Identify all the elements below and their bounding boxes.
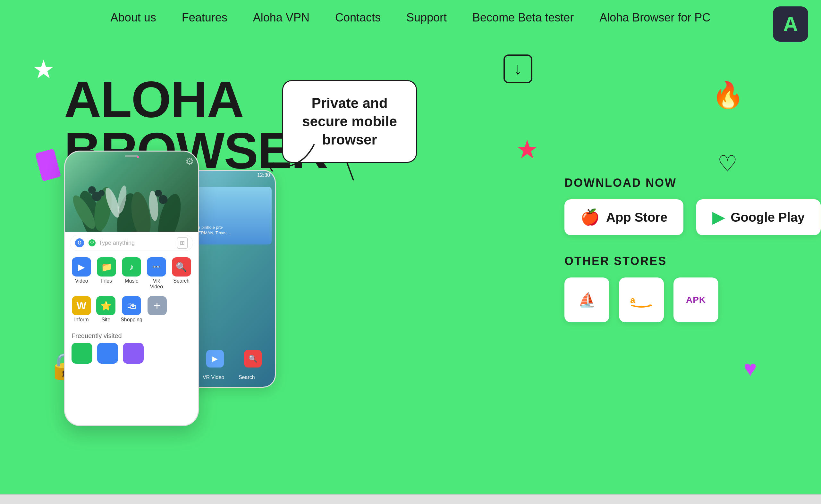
app-icon-search[interactable]: 🔍 Search xyxy=(171,257,191,290)
app-store-button[interactable]: 🍎 App Store xyxy=(564,199,684,235)
svg-point-13 xyxy=(155,190,162,197)
aloha-logo-letter: A xyxy=(783,12,798,36)
apple-icon: 🍎 xyxy=(580,208,600,226)
nav-link-contacts[interactable]: Contacts xyxy=(335,11,381,24)
store-buttons-row: 🍎 App Store ▶ Google Play xyxy=(564,199,821,235)
apk-button[interactable]: APK xyxy=(674,277,718,322)
download-section: DOWNLOAD NOW 🍎 App Store ▶ Google Play O… xyxy=(564,176,821,322)
apk-label: APK xyxy=(686,295,706,305)
google-play-icon: ▶ xyxy=(712,208,724,226)
nav-links: About us Features Aloha VPN Contacts Sup… xyxy=(111,11,711,24)
svg-point-5 xyxy=(153,192,185,232)
google-play-label: Google Play xyxy=(731,210,805,225)
app-icon-add[interactable]: + xyxy=(147,296,167,323)
phone-search-bar[interactable]: G 🛡 Type anything ⊞ xyxy=(70,235,193,251)
app-icon-inform[interactable]: W Inform xyxy=(71,296,91,323)
nav-link-vpn[interactable]: Aloha VPN xyxy=(253,11,310,24)
phone-app-grid-2: W Inform ⭐ Site 🛍 Shopping + xyxy=(65,293,198,326)
purple-card-decoration xyxy=(35,149,61,181)
nav-item-contacts[interactable]: Contacts xyxy=(335,11,381,24)
nav-item-beta[interactable]: Become Beta tester xyxy=(472,11,574,24)
app-icon-music[interactable]: ♪ Music xyxy=(121,257,142,290)
white-star-decoration: ★ xyxy=(32,54,55,84)
nav-item-features[interactable]: Features xyxy=(182,11,228,24)
sailboat-store-button[interactable]: ⛵ xyxy=(564,277,609,322)
curved-arrow-decoration xyxy=(263,138,327,176)
bottom-bar xyxy=(0,494,821,504)
app-icon-video[interactable]: ▶ Video xyxy=(71,257,92,290)
app-icon-site[interactable]: ⭐ Site xyxy=(96,296,116,323)
other-stores-label: OTHER STORES xyxy=(564,254,821,268)
app-store-label: App Store xyxy=(606,210,668,225)
frequently-visited-label: Frequently visited xyxy=(65,326,198,343)
nav-link-about[interactable]: About us xyxy=(111,11,156,24)
amazon-store-button[interactable]: a xyxy=(619,277,664,322)
sailboat-icon: ⛵ xyxy=(578,292,596,308)
google-play-button[interactable]: ▶ Google Play xyxy=(696,199,821,235)
amazon-icon: a xyxy=(630,292,653,308)
hero-title-line1: ALOHA xyxy=(64,70,244,128)
svg-point-12 xyxy=(159,195,168,204)
nav-link-pc[interactable]: Aloha Browser for PC xyxy=(599,11,710,24)
phone-front: ⚙ G 🛡 Type anything xyxy=(64,151,199,426)
nav-link-beta[interactable]: Become Beta tester xyxy=(472,11,574,24)
nav-link-features[interactable]: Features xyxy=(182,11,228,24)
navigation: About us Features Aloha VPN Contacts Sup… xyxy=(0,0,821,35)
svg-point-10 xyxy=(88,186,96,194)
app-icon-files[interactable]: 📁 Files xyxy=(96,257,117,290)
app-icon-vrvideo[interactable]: 👓 VR Video xyxy=(146,257,166,290)
nav-item-vpn[interactable]: Aloha VPN xyxy=(253,11,310,24)
recent-icons-row xyxy=(65,343,198,364)
aloha-logo-button[interactable]: A xyxy=(773,6,808,42)
download-now-label: DOWNLOAD NOW xyxy=(564,176,821,190)
svg-text:⚙: ⚙ xyxy=(185,156,194,167)
nav-link-support[interactable]: Support xyxy=(406,11,447,24)
svg-point-11 xyxy=(98,190,105,196)
app-icon-shopping[interactable]: 🛍 Shopping xyxy=(120,296,142,323)
other-store-buttons-row: ⛵ a APK xyxy=(564,277,821,322)
nav-item-support[interactable]: Support xyxy=(406,11,447,24)
nav-item-pc[interactable]: Aloha Browser for PC xyxy=(599,11,710,24)
nav-item-about[interactable]: About us xyxy=(111,11,156,24)
phone-app-grid: ▶ Video 📁 Files ♪ Music 👓 VR Video xyxy=(65,254,198,293)
svg-text:a: a xyxy=(630,295,635,305)
hero-section: ★ ↓ 🔥 ★ ♡ 🔒 ♥ ALOHA BROWSER Private and … xyxy=(0,35,821,503)
